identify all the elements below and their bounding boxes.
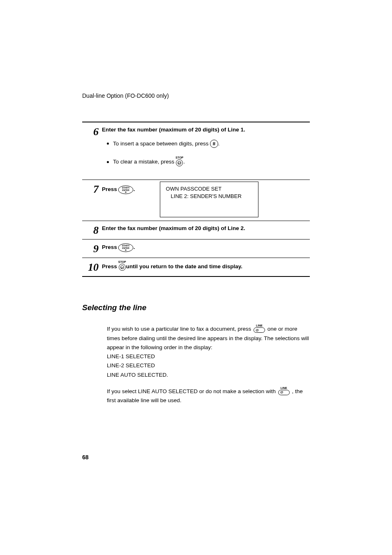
section-heading: Selecting the line [82,303,310,312]
step-7: 7 Press START/ ENTER . [82,180,310,221]
step-6-b2-post: . [183,158,185,166]
step-number: 7 [82,183,102,195]
step-10: 10 Press STOP until you return to the da… [82,258,310,276]
line-label: LINE [281,387,287,389]
step-6-bullet-2: To clear a mistake, press STOP . [107,157,310,167]
step-number: 6 [82,126,102,137]
page-number: 68 [82,454,89,461]
start-enter-key-icon: START/ ENTER [118,243,134,252]
step-6: 6 Enter the fax number (maximum of 20 di… [82,122,310,180]
page-header: Dual-line Option (FO-DC600 only) [82,92,310,99]
step-9-dot: . [134,243,135,251]
step-number: 9 [82,243,102,254]
line-key-icon: LINE @ [278,387,290,395]
paragraph-1: If you wish to use a particular line to … [107,325,310,380]
step-10-tail: until you return to the date and time di… [126,263,242,271]
step-9-press: Press [102,243,117,251]
step-9: 9 Press START/ ENTER . [82,240,310,258]
at-symbol: @ [256,329,259,332]
para1-a: If you wish to use a particular line to … [107,326,253,332]
para1-line1: LINE-1 SELECTED [107,353,155,359]
step-6-bullet-1: To insert a space between digits, press … [107,140,310,148]
step-10-press: Press [102,263,117,271]
stop-key-icon: STOP [175,156,183,166]
display-line-1: OWN PASSCODE SET [166,185,252,193]
svg-text:ENTER: ENTER [122,189,129,191]
step-6-b2-pre: To clear a mistake, press [113,158,174,166]
at-symbol: @ [280,391,284,394]
svg-text:ENTER: ENTER [122,247,129,249]
step-6-b1-post: . [218,140,220,148]
stop-key-icon: STOP [118,260,126,271]
bullet-icon [107,161,109,163]
step-6-b1-pre: To insert a space between digits, press [113,140,209,148]
paragraph-2: If you select LINE AUTO SELECTED or do n… [107,387,310,405]
para1-line3: LINE AUTO SELECTED. [107,372,168,378]
step-7-dot: . [134,185,135,193]
step-8: 8 Enter the fax number (maximum of 20 di… [82,221,310,239]
step-number: 8 [82,224,102,236]
step-number: 10 [82,261,102,273]
step-8-lead: Enter the fax number (maximum of 20 digi… [102,224,310,233]
line-key-icon: LINE @ [254,324,265,333]
para2-a: If you select LINE AUTO SELECTED or do n… [107,388,277,394]
lcd-display: OWN PASSCODE SET LINE 2: SENDER'S NUMBER [160,182,258,218]
rule-bottom [82,276,310,277]
line-label: LINE [256,324,263,327]
step-7-press: Press [102,185,117,193]
pound-key-icon [210,140,218,148]
bullet-icon [107,143,109,145]
display-line-2: LINE 2: SENDER'S NUMBER [166,193,252,200]
stop-label: STOP [118,260,126,263]
start-enter-key-icon: START/ ENTER [118,185,134,194]
step-6-lead: Enter the fax number (maximum of 20 digi… [102,126,310,134]
stop-label: STOP [175,156,183,159]
steps-block: 6 Enter the fax number (maximum of 20 di… [82,122,310,277]
para1-line2: LINE-2 SELECTED [107,362,155,368]
